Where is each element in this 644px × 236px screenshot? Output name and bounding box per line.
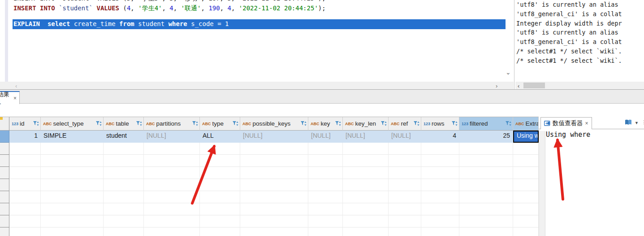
empty-cell[interactable]	[144, 179, 200, 191]
empty-cell[interactable]	[421, 179, 459, 191]
column-header-filtered[interactable]: 123filtered	[459, 117, 513, 131]
chevron-left-icon[interactable]: ‹	[15, 82, 17, 90]
empty-cell[interactable]	[41, 215, 104, 227]
empty-cell[interactable]	[104, 203, 144, 215]
column-header-key[interactable]: ABCkey	[308, 117, 343, 131]
empty-cell[interactable]	[421, 227, 459, 236]
empty-cell[interactable]	[308, 191, 343, 203]
filter-sort-icon[interactable]	[301, 121, 307, 127]
empty-cell[interactable]	[513, 143, 539, 155]
column-header-key_len[interactable]: ABCkey_len	[343, 117, 389, 131]
empty-cell[interactable]	[343, 155, 389, 167]
empty-cell[interactable]	[513, 179, 539, 191]
empty-cell[interactable]	[459, 191, 513, 203]
empty-cell[interactable]	[104, 155, 144, 167]
empty-cell[interactable]	[9, 227, 41, 236]
close-icon[interactable]: ×	[585, 120, 588, 127]
empty-cell[interactable]	[513, 215, 539, 227]
empty-cell[interactable]	[343, 191, 389, 203]
cell-Extra[interactable]: Using where	[513, 131, 539, 143]
grid-vscrollbar[interactable]	[539, 131, 545, 236]
sql-editor[interactable]: INSERT INTO `student` VALUES (3, '学生3', …	[0, 0, 514, 82]
empty-cell[interactable]	[389, 215, 421, 227]
row-gutter[interactable]	[0, 191, 9, 203]
empty-cell[interactable]	[308, 179, 343, 191]
empty-cell[interactable]	[144, 143, 200, 155]
empty-cell[interactable]	[104, 143, 144, 155]
empty-cell[interactable]	[459, 227, 513, 236]
empty-cell[interactable]	[144, 191, 200, 203]
empty-cell[interactable]	[421, 155, 459, 167]
empty-cell[interactable]	[240, 191, 308, 203]
empty-cell[interactable]	[9, 191, 41, 203]
empty-cell[interactable]	[9, 203, 41, 215]
column-header-id[interactable]: 123id	[9, 117, 41, 131]
empty-cell[interactable]	[421, 215, 459, 227]
cell-id[interactable]: 1	[9, 131, 41, 143]
empty-cell[interactable]	[389, 155, 421, 167]
filter-sort-icon[interactable]	[233, 121, 238, 127]
column-header-ref[interactable]: ABCref	[389, 117, 421, 131]
chevron-right-icon[interactable]: ›	[496, 82, 497, 90]
filter-sort-icon[interactable]	[136, 121, 142, 127]
empty-cell[interactable]	[343, 167, 389, 179]
empty-cell[interactable]	[200, 155, 240, 167]
empty-cell[interactable]	[459, 203, 513, 215]
empty-cell[interactable]	[104, 167, 144, 179]
empty-cell[interactable]	[343, 179, 389, 191]
row-gutter[interactable]	[0, 215, 9, 227]
empty-cell[interactable]	[459, 143, 513, 155]
column-header-select_type[interactable]: ABCselect_type	[41, 117, 104, 131]
filter-sort-icon[interactable]	[96, 121, 102, 127]
empty-cell[interactable]	[104, 179, 144, 191]
cell-ref[interactable]: [NULL]	[389, 131, 421, 143]
column-header-partitions[interactable]: ABCpartitions	[144, 117, 200, 131]
cell-table[interactable]: student	[104, 131, 144, 143]
filter-sort-icon[interactable]	[381, 121, 387, 127]
editor-hscrollbar[interactable]: ‹ ›	[0, 82, 514, 89]
filter-sort-icon[interactable]	[506, 121, 511, 127]
column-header-possible_keys[interactable]: ABCpossible_keys	[240, 117, 308, 131]
empty-cell[interactable]	[144, 227, 200, 236]
empty-cell[interactable]	[343, 143, 389, 155]
empty-cell[interactable]	[240, 155, 308, 167]
cell-type[interactable]: ALL	[200, 131, 240, 143]
empty-cell[interactable]	[9, 179, 41, 191]
messages-hscrollbar-thumb[interactable]	[523, 83, 545, 88]
tab-value-viewer[interactable]: 数值查看器 ×	[540, 117, 592, 129]
empty-cell[interactable]	[200, 191, 240, 203]
cell-partitions[interactable]: [NULL]	[144, 131, 200, 143]
row-gutter[interactable]	[0, 143, 9, 155]
empty-cell[interactable]	[421, 143, 459, 155]
empty-cell[interactable]	[200, 179, 240, 191]
empty-cell[interactable]	[200, 143, 240, 155]
results-grid[interactable]: 123idABCselect_typeABCtableABCpartitions…	[0, 117, 539, 236]
empty-cell[interactable]	[343, 203, 389, 215]
empty-cell[interactable]	[200, 215, 240, 227]
empty-cell[interactable]	[389, 191, 421, 203]
cell-key[interactable]: [NULL]	[308, 131, 343, 143]
empty-cell[interactable]	[343, 227, 389, 236]
row-gutter[interactable]	[0, 227, 9, 236]
cell-rows[interactable]: 4	[421, 131, 459, 143]
column-header-Extra[interactable]: ABCExtra	[513, 117, 539, 131]
empty-cell[interactable]	[144, 203, 200, 215]
empty-cell[interactable]	[9, 215, 41, 227]
empty-cell[interactable]	[104, 191, 144, 203]
empty-cell[interactable]	[104, 215, 144, 227]
empty-cell[interactable]	[240, 167, 308, 179]
column-header-rows[interactable]: 123rows	[421, 117, 459, 131]
empty-cell[interactable]	[240, 143, 308, 155]
empty-cell[interactable]	[9, 143, 41, 155]
empty-cell[interactable]	[144, 167, 200, 179]
empty-cell[interactable]	[41, 143, 104, 155]
empty-cell[interactable]	[343, 215, 389, 227]
empty-cell[interactable]	[308, 215, 343, 227]
row-gutter[interactable]	[0, 131, 9, 143]
empty-cell[interactable]	[389, 143, 421, 155]
filter-sort-icon[interactable]	[192, 121, 198, 127]
empty-cell[interactable]	[513, 203, 539, 215]
empty-cell[interactable]	[41, 203, 104, 215]
chevron-left-icon[interactable]: ‹	[518, 82, 519, 90]
empty-cell[interactable]	[240, 227, 308, 236]
